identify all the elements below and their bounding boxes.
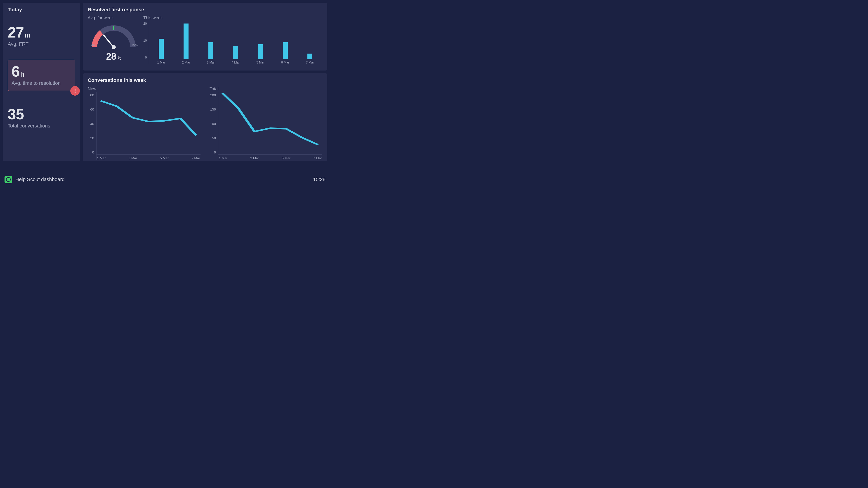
footer-title: Help Scout dashboard: [16, 177, 65, 182]
stat-avg-frt-unit: m: [25, 31, 30, 39]
bar: [307, 54, 312, 59]
line-new-x-axis: 1 Mar3 Mar5 Mar7 Mar: [96, 156, 200, 160]
line-chart-new: New 806040200 1 Mar3 Mar5 Mar7 Mar: [88, 84, 200, 160]
resolved-title: Resolved first response: [88, 7, 322, 13]
stat-total-conversations-value: 35: [8, 106, 24, 123]
bar: [233, 46, 238, 59]
gauge-chart: [90, 21, 137, 51]
stat-avg-frt: 27m Avg. FRT: [8, 25, 75, 47]
bar-x-axis: 1 Mar2 Mar3 Mar4 Mar5 Mar6 Mar7 Mar: [149, 61, 322, 64]
bar: [283, 42, 288, 59]
line-total-y-axis: 200150100500: [210, 92, 218, 160]
stat-avg-ttr: 6h Avg. time to resolution !: [8, 60, 75, 91]
footer-time: 15:28: [313, 177, 326, 182]
stat-avg-ttr-value: 6: [11, 63, 20, 80]
gauge-subtitle: Avg. for week: [88, 16, 140, 20]
stat-avg-frt-value: 27: [8, 24, 24, 41]
line-total-x-axis: 1 Mar3 Mar5 Mar7 Mar: [218, 156, 322, 160]
gauge-min-label: 0%: [91, 43, 95, 47]
bar-chart-this-week: This week 20100 1 Mar2 Mar3 Mar4 Mar5 Ma…: [143, 13, 322, 64]
bar-subtitle: This week: [143, 16, 322, 20]
today-title: Today: [8, 7, 75, 13]
line-chart-total: Total 200150100500 1 Mar3 Mar5 Mar7 Mar: [210, 84, 322, 160]
line-new-subtitle: New: [88, 86, 200, 91]
conversations-title: Conversations this week: [88, 77, 322, 83]
stat-avg-frt-label: Avg. FRT: [8, 41, 75, 47]
stat-avg-ttr-unit: h: [21, 70, 24, 78]
stat-avg-ttr-label: Avg. time to resolution: [11, 80, 71, 86]
gauge-value: 28%: [88, 51, 140, 62]
bar: [258, 44, 263, 59]
bar: [159, 39, 164, 59]
bar: [184, 24, 188, 59]
gauge-avg-for-week: Avg. for week 0% 100%: [88, 13, 140, 64]
alert-icon: !: [70, 86, 80, 96]
bar-y-axis: 20100: [143, 21, 149, 64]
conversations-panel: Conversations this week New 806040200 1 …: [83, 73, 327, 161]
resolved-first-response-panel: Resolved first response Avg. for week: [83, 3, 327, 70]
bar-plot: 1 Mar2 Mar3 Mar4 Mar5 Mar6 Mar7 Mar: [149, 21, 322, 64]
stat-total-conversations: 35 Total conversations: [8, 107, 75, 129]
svg-line-1: [103, 35, 114, 47]
stat-total-conversations-label: Total conversations: [8, 123, 75, 129]
today-panel: Today 27m Avg. FRT 6h Avg. time to resol…: [3, 3, 80, 161]
line-new-y-axis: 806040200: [88, 92, 96, 160]
logo-icon: [4, 176, 12, 183]
svg-point-2: [112, 45, 116, 49]
line-total-subtitle: Total: [210, 86, 322, 91]
bar: [209, 42, 213, 59]
footer: Help Scout dashboard 15:28: [0, 173, 330, 186]
gauge-max-label: 100%: [131, 43, 138, 47]
